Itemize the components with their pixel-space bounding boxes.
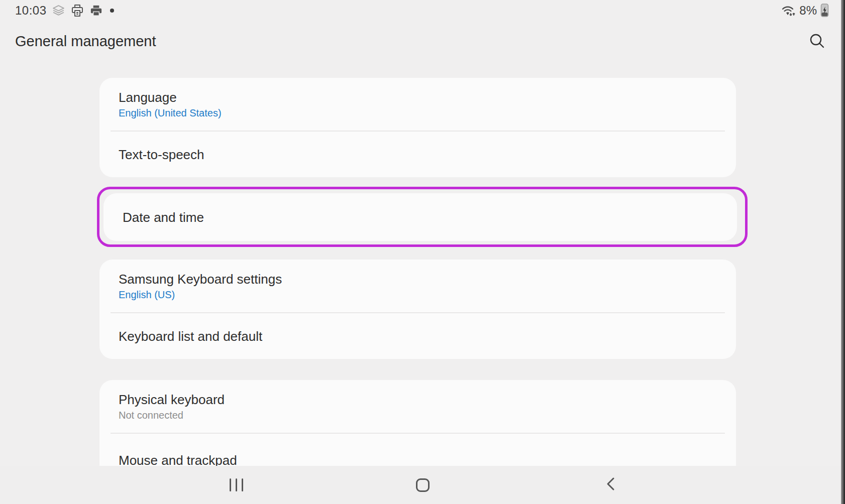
- list-item-language[interactable]: Language English (United States): [99, 78, 736, 131]
- print-job-icon: [70, 4, 84, 18]
- battery-percentage: 8%: [799, 4, 817, 18]
- keyboard-card: Samsung Keyboard settings English (US) K…: [99, 260, 736, 359]
- input-devices-card: Physical keyboard Not connected Mouse an…: [99, 380, 736, 466]
- home-icon: [416, 478, 430, 492]
- status-bar-left: 10:03: [15, 4, 114, 18]
- list-item-keyboard-list-and-default[interactable]: Keyboard list and default: [99, 313, 736, 359]
- clock: 10:03: [15, 4, 47, 18]
- list-item-title: Text-to-speech: [119, 146, 204, 163]
- language-card: Language English (United States) Text-to…: [99, 78, 736, 177]
- printer-icon: [89, 4, 103, 18]
- list-item-title: Date and time: [123, 209, 204, 226]
- recents-button[interactable]: [214, 466, 259, 504]
- list-item-mouse-and-trackpad[interactable]: Mouse and trackpad: [99, 434, 736, 466]
- wifi-icon: [781, 4, 796, 18]
- layers-icon: [52, 4, 65, 18]
- notification-dot: [110, 9, 114, 13]
- list-item-text-to-speech[interactable]: Text-to-speech: [99, 132, 736, 177]
- back-button[interactable]: [588, 466, 633, 504]
- list-item-subtitle: English (United States): [119, 106, 717, 120]
- list-item-title: Physical keyboard: [119, 391, 717, 408]
- navigation-bar: [0, 466, 845, 504]
- list-item-title: Samsung Keyboard settings: [119, 271, 717, 288]
- app-header: General management: [0, 29, 845, 59]
- back-icon: [605, 476, 616, 494]
- list-item-subtitle: English (US): [119, 288, 717, 302]
- search-icon: [808, 32, 826, 52]
- list-item-physical-keyboard[interactable]: Physical keyboard Not connected: [99, 380, 736, 433]
- search-button[interactable]: [806, 31, 828, 53]
- list-item-title: Keyboard list and default: [119, 328, 262, 345]
- battery-charging-icon: [820, 3, 829, 18]
- list-item-samsung-keyboard-settings[interactable]: Samsung Keyboard settings English (US): [99, 260, 736, 312]
- status-bar: 10:03: [0, 0, 845, 23]
- list-item-subtitle: Not connected: [119, 408, 717, 423]
- status-bar-right: 8%: [781, 3, 829, 18]
- recents-icon: [230, 478, 243, 491]
- date-time-card: Date and time: [103, 193, 737, 241]
- screen-edge: [841, 0, 845, 504]
- page-title: General management: [15, 33, 156, 50]
- list-item-title: Language: [119, 89, 717, 106]
- home-button[interactable]: [400, 466, 445, 504]
- list-item-date-and-time[interactable]: Date and time: [103, 193, 737, 241]
- list-item-title: Mouse and trackpad: [119, 452, 717, 466]
